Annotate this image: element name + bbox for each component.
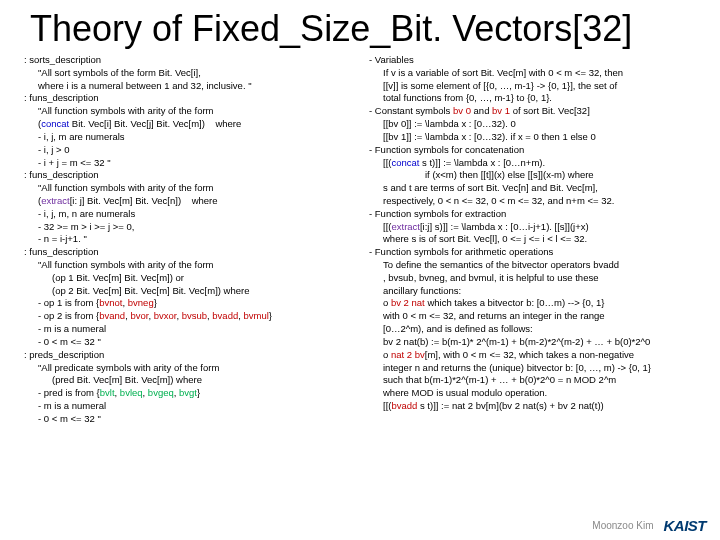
text-line: , bvsub, bvneg, and bvmul, it is helpful… <box>369 272 702 285</box>
text-line: (pred Bit. Vec[m] Bit. Vec[m]) where <box>24 374 357 387</box>
text-line: "All function symbols with arity of the … <box>24 259 357 272</box>
text-line: integer n and returns the (unique) bitve… <box>369 362 702 375</box>
text-line: : preds_description <box>24 349 357 362</box>
text-line: - m is a numeral <box>24 323 357 336</box>
text-line: If v is a variable of sort Bit. Vec[m] w… <box>369 67 702 80</box>
text-line: - Function symbols for extraction <box>369 208 702 221</box>
text-line: "All function symbols with arity of the … <box>24 105 357 118</box>
text-line: : funs_description <box>24 169 357 182</box>
text-line: o nat 2 bv[m], with 0 < m <= 32, which t… <box>369 349 702 362</box>
text-line: : sorts_description <box>24 54 357 67</box>
slide: Theory of Fixed_Size_Bit. Vectors[32] : … <box>0 0 720 540</box>
slide-title: Theory of Fixed_Size_Bit. Vectors[32] <box>0 0 720 54</box>
text-line: - i, j > 0 <box>24 144 357 157</box>
text-line: (op 2 Bit. Vec[m] Bit. Vec[m] Bit. Vec[m… <box>24 285 357 298</box>
text-line: - Constant symbols bv 0 and bv 1 of sort… <box>369 105 702 118</box>
text-line: - 0 < m <= 32 " <box>24 413 357 426</box>
text-line: if (x<m) then [[t]](x) else [[s]](x-m) w… <box>369 169 702 182</box>
left-column: : sorts_description"All sort symbols of … <box>24 54 363 426</box>
text-line: "All predicate symbols with arity of the… <box>24 362 357 375</box>
text-line: - i, j, m, n are numerals <box>24 208 357 221</box>
text-line: [[v]] is some element of [{0, …, m-1} ->… <box>369 80 702 93</box>
text-line: [[(bvadd s t)]] := nat 2 bv[m](bv 2 nat(… <box>369 400 702 413</box>
text-line: "All sort symbols of the form Bit. Vec[i… <box>24 67 357 80</box>
author-attribution: Moonzoo Kim <box>592 520 653 531</box>
text-line: s and t are terms of sort Bit. Vec[n] an… <box>369 182 702 195</box>
text-line: respectively, 0 < n <= 32, 0 < m <= 32, … <box>369 195 702 208</box>
text-line: : funs_description <box>24 92 357 105</box>
text-line: - op 2 is from {bvand, bvor, bvxor, bvsu… <box>24 310 357 323</box>
text-line: : funs_description <box>24 246 357 259</box>
text-line: - i + j = m <= 32 " <box>24 157 357 170</box>
text-line: [[bv 0]] := \lambda x : [0…32). 0 <box>369 118 702 131</box>
footer: Moonzoo Kim KAIST <box>592 517 706 534</box>
text-line: (extract[i: j] Bit. Vec[m] Bit. Vec[n]) … <box>24 195 357 208</box>
text-line: "All function symbols with arity of the … <box>24 182 357 195</box>
text-line: bv 2 nat(b) := b(m-1)* 2^(m-1) + b(m-2)*… <box>369 336 702 349</box>
text-line: [[bv 1]] := \lambda x : [0…32). if x = 0… <box>369 131 702 144</box>
text-line: - Function symbols for concatenation <box>369 144 702 157</box>
text-line: - pred is from {bvlt, bvleq, bvgeq, bvgt… <box>24 387 357 400</box>
text-line: ancillary functions: <box>369 285 702 298</box>
text-line: - Variables <box>369 54 702 67</box>
text-line: - m is a numeral <box>24 400 357 413</box>
text-line: - op 1 is from {bvnot, bvneg} <box>24 297 357 310</box>
text-line: [[(concat s t)]] := \lambda x : [0…n+m). <box>369 157 702 170</box>
text-line: where MOD is usual modulo operation. <box>369 387 702 400</box>
text-line: - 0 < m <= 32 " <box>24 336 357 349</box>
text-line: - Function symbols for arithmetic operat… <box>369 246 702 259</box>
text-line: - n = i-j+1. " <box>24 233 357 246</box>
text-line: total functions from {0, …, m-1} to {0, … <box>369 92 702 105</box>
text-line: To define the semantics of the bitvector… <box>369 259 702 272</box>
text-line: [0…2^m), and is defined as follows: <box>369 323 702 336</box>
text-line: o bv 2 nat which takes a bitvector b: [0… <box>369 297 702 310</box>
text-line: with 0 < m <= 32, and returns an integer… <box>369 310 702 323</box>
text-line: - 32 >= m > i >= j >= 0, <box>24 221 357 234</box>
text-line: - i, j, m are numerals <box>24 131 357 144</box>
text-line: (op 1 Bit. Vec[m] Bit. Vec[m]) or <box>24 272 357 285</box>
right-column: - VariablesIf v is a variable of sort Bi… <box>363 54 702 426</box>
text-line: such that b(m-1)*2^(m-1) + … + b(0)*2^0 … <box>369 374 702 387</box>
slide-body: : sorts_description"All sort symbols of … <box>0 54 720 426</box>
text-line: (concat Bit. Vec[i] Bit. Vec[j] Bit. Vec… <box>24 118 357 131</box>
text-line: where s is of sort Bit. Vec[l], 0 <= j <… <box>369 233 702 246</box>
kaist-logo: KAIST <box>664 517 707 534</box>
text-line: [[(extract[i:j] s)]] := \lambda x : [0…i… <box>369 221 702 234</box>
text-line: where i is a numeral between 1 and 32, i… <box>24 80 357 93</box>
